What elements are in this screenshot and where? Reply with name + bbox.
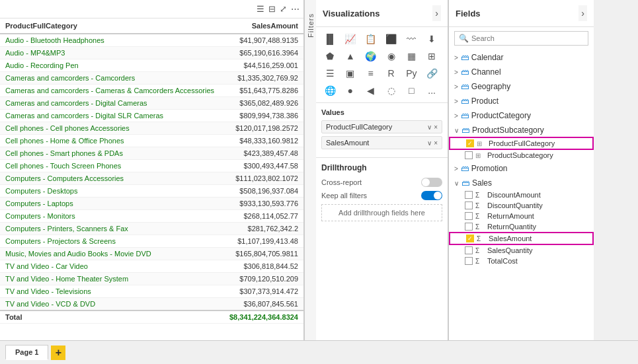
pie-chart-icon[interactable]: ▲: [342, 48, 359, 64]
scatter2-icon[interactable]: ●: [342, 83, 359, 98]
cell-amount: $41,907,488.9135: [223, 34, 303, 47]
field-name: SalesAmount: [489, 235, 587, 242]
map-icon[interactable]: 🌍: [362, 48, 379, 64]
data-table: ProductFullCategory SalesAmount Audio - …: [0, 18, 303, 324]
table-icon[interactable]: ≡: [362, 65, 379, 81]
page-tab-1[interactable]: Page 1: [5, 345, 48, 360]
scatter-chart-icon[interactable]: ⬟: [321, 48, 339, 64]
field-group-header-promotion[interactable]: > 🗃 Promotion: [449, 162, 594, 175]
stacked-bar-icon[interactable]: ⬛: [383, 31, 400, 47]
cell-amount: $1,335,302,769.92: [223, 72, 303, 85]
cell-category: Music, Movies and Audio Books - Movie DV…: [0, 248, 223, 260]
field-group-header-product[interactable]: > 🗃 Product: [449, 94, 594, 108]
viz-pill-1[interactable]: SalesAmount ∨ ×: [321, 136, 442, 149]
field-item-returnquantity[interactable]: Σ ReturnQuantity: [449, 221, 594, 232]
drillthrough-title: Drillthrough: [321, 163, 442, 172]
decomp-icon[interactable]: 🔗: [423, 65, 440, 81]
field-group-productsubcategory: ∨ 🗃 ProductSubcategory ✓ ⊞ ProductFullCa…: [449, 124, 594, 161]
field-item-salesquantity[interactable]: Σ SalesQuantity: [449, 245, 594, 256]
table-panel: ☰ ⊟ ⤢ ⋯ ProductFullCategory SalesAmount …: [0, 0, 304, 340]
field-item-returnamount[interactable]: Σ ReturnAmount: [449, 211, 594, 221]
table-icon: 🗃: [461, 126, 469, 135]
field-group-header-productcategory[interactable]: > 🗃 ProductCategory: [449, 109, 594, 122]
field-group-sales: ∨ 🗃 Sales Σ DiscountAmount Σ DiscountQua…: [449, 176, 594, 266]
donut-icon[interactable]: ◉: [383, 48, 400, 64]
cell-category: Cell phones - Smart phones & PDAs: [0, 147, 223, 160]
field-group-name: Promotion: [471, 164, 588, 173]
fields-search-box[interactable]: 🔍: [454, 31, 588, 46]
area-chart-icon[interactable]: 📋: [362, 31, 379, 47]
table-row: Cell phones - Smart phones & PDAs $423,3…: [0, 147, 303, 160]
field-group-header-channel[interactable]: > 🗃 Channel: [449, 65, 594, 79]
field-item-discountquantity[interactable]: Σ DiscountQuantity: [449, 200, 594, 211]
chevron-icon: ∨: [454, 127, 459, 134]
expand-icon[interactable]: ⤢: [280, 4, 287, 14]
field-group-channel: > 🗃 Channel: [449, 65, 594, 79]
cell-amount: $300,493,447.58: [223, 160, 303, 172]
col-header-category[interactable]: ProductFullCategory: [0, 18, 223, 34]
field-item-totalcost[interactable]: Σ TotalCost: [449, 256, 594, 266]
treemap-icon[interactable]: ▦: [403, 48, 420, 64]
field-type-icon: ⊞: [475, 152, 485, 159]
r-visual-icon[interactable]: R: [383, 65, 400, 81]
ribbon-chart-icon[interactable]: 〰: [403, 31, 420, 47]
field-group-product: > 🗃 Product: [449, 94, 594, 108]
col-header-amount[interactable]: SalesAmount: [223, 18, 303, 34]
cell-amount: $365,082,489.926: [223, 97, 303, 110]
funnel-icon[interactable]: ◀: [362, 83, 379, 98]
field-item-productfullcategory[interactable]: ✓ ⊞ ProductFullCategory: [449, 137, 594, 150]
filters-tab: Filters: [304, 0, 316, 340]
viz-pill-0[interactable]: ProductFullCategory ∨ ×: [321, 120, 442, 133]
python-icon[interactable]: Py: [403, 65, 420, 81]
table-scroll[interactable]: ProductFullCategory SalesAmount Audio - …: [0, 18, 303, 340]
cell-amount: $165,804,705.9811: [223, 248, 303, 260]
field-group-header-calendar[interactable]: > 🗃 Calendar: [449, 51, 594, 64]
line-chart-icon[interactable]: 📈: [342, 31, 359, 47]
cell-amount: $423,389,457.48: [223, 147, 303, 160]
waterfall-icon[interactable]: ⬇: [423, 31, 440, 47]
search-input[interactable]: [471, 34, 584, 42]
more-icon[interactable]: ...: [423, 83, 440, 98]
field-checkbox: [465, 191, 473, 199]
gauge-icon[interactable]: ◌: [383, 83, 400, 98]
total-label: Total: [0, 310, 223, 324]
fields-expand-btn[interactable]: ›: [578, 5, 587, 21]
add-page-button[interactable]: +: [51, 346, 65, 360]
table-row: Cell phones - Home & Office Phones $48,3…: [0, 135, 303, 147]
shape-icon[interactable]: □: [403, 83, 420, 98]
field-item-salesamount[interactable]: ✓ Σ SalesAmount: [449, 232, 594, 245]
keep-filters-toggle[interactable]: [421, 191, 442, 200]
field-group-name: ProductSubcategory: [472, 126, 588, 135]
table-row: TV and Video - Car Video $306,818,844.52: [0, 260, 303, 273]
field-item-productsubcategory[interactable]: ⊞ ProductSubcategory: [449, 150, 594, 161]
field-group-header-geography[interactable]: > 🗃 Geography: [449, 80, 594, 93]
field-checkbox: [465, 257, 473, 265]
field-type-icon: Σ: [475, 223, 485, 231]
cell-amount: $709,120,510.209: [223, 273, 303, 285]
field-item-discountamount[interactable]: Σ DiscountAmount: [449, 190, 594, 200]
cross-report-toggle[interactable]: [421, 178, 442, 187]
field-group-header-sales[interactable]: ∨ 🗃 Sales: [449, 176, 594, 190]
table-row: Computers - Computers Accessories $111,0…: [0, 172, 303, 185]
viz-expand-btn[interactable]: ›: [432, 5, 441, 21]
cell-category: TV and Video - VCD & DVD: [0, 298, 223, 311]
table-row: Computers - Projectors & Screens $1,107,…: [0, 235, 303, 248]
more-icon[interactable]: ⋯: [291, 4, 299, 14]
card-icon[interactable]: ▣: [342, 65, 359, 81]
field-group-name: Geography: [471, 82, 588, 91]
table-icon: 🗃: [461, 96, 469, 106]
field-group-header-productsubcategory[interactable]: ∨ 🗃 ProductSubcategory: [449, 124, 594, 137]
matrix-icon[interactable]: ⊞: [423, 48, 440, 64]
kpi-icon[interactable]: ☰: [321, 65, 339, 81]
hamburger-icon[interactable]: ☰: [257, 4, 264, 14]
filter-icon[interactable]: ⊟: [268, 4, 276, 14]
bar-chart-icon[interactable]: ▐▌: [321, 31, 339, 47]
table-row: Cameras and camcorders - Digital Cameras…: [0, 97, 303, 110]
cell-category: Cell phones - Home & Office Phones: [0, 135, 223, 147]
drillthrough-add-area[interactable]: Add drillthrough fields here: [321, 204, 442, 221]
field-checkbox: ✓: [466, 235, 474, 242]
chevron-icon: >: [454, 165, 458, 172]
globe-icon[interactable]: 🌐: [321, 83, 339, 98]
field-checkbox: [465, 151, 473, 159]
cell-category: Cameras and camcorders - Digital SLR Cam…: [0, 110, 223, 122]
